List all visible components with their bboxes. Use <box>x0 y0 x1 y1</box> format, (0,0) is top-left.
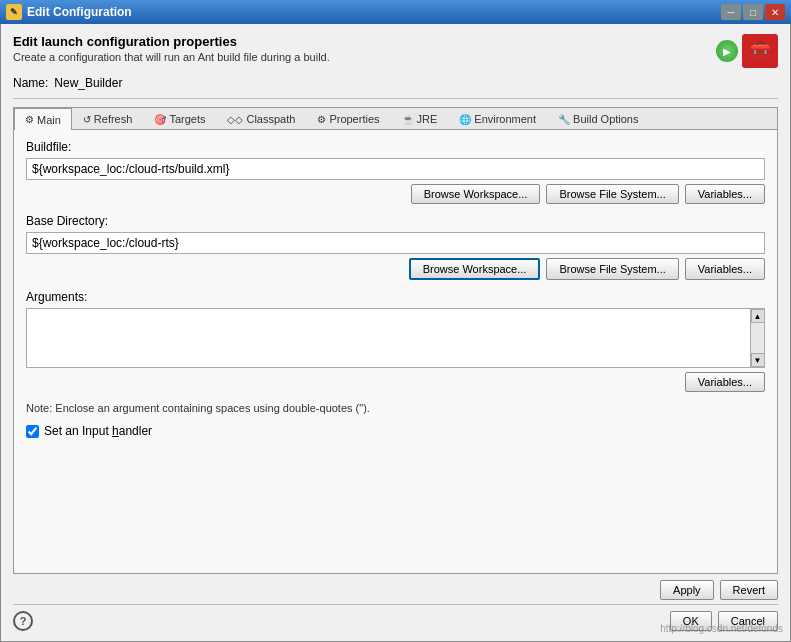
input-handler-checkbox[interactable] <box>26 425 39 438</box>
tab-build-options-label: Build Options <box>573 113 638 125</box>
tab-environment-label: Environment <box>474 113 536 125</box>
tab-main-label: Main <box>37 114 61 126</box>
tab-properties-label: Properties <box>329 113 379 125</box>
header-section: Edit launch configuration properties Cre… <box>13 34 778 68</box>
base-directory-label: Base Directory: <box>26 214 765 228</box>
arguments-label: Arguments: <box>26 290 765 304</box>
note-text: Note: Enclose an argument containing spa… <box>26 402 765 414</box>
title-bar: ✎ Edit Configuration ─ □ ✕ <box>0 0 791 24</box>
main-tab-icon: ⚙ <box>25 114 34 125</box>
window-controls: ─ □ ✕ <box>721 4 785 20</box>
header-title: Edit launch configuration properties <box>13 34 330 49</box>
tab-refresh[interactable]: ↺ Refresh <box>72 108 144 129</box>
arguments-variables-button[interactable]: Variables... <box>685 372 765 392</box>
minimize-button[interactable]: ─ <box>721 4 741 20</box>
window-body: Edit launch configuration properties Cre… <box>0 24 791 642</box>
tab-main[interactable]: ⚙ Main <box>14 108 72 130</box>
arguments-textarea[interactable] <box>27 309 764 367</box>
header-subtitle: Create a configuration that will run an … <box>13 51 330 63</box>
buildfile-group: Buildfile: Browse Workspace... Browse Fi… <box>26 140 765 204</box>
input-handler-row: Set an Input handler <box>26 424 765 438</box>
buildfile-browse-workspace-button[interactable]: Browse Workspace... <box>411 184 541 204</box>
base-directory-btn-row: Browse Workspace... Browse File System..… <box>26 258 765 280</box>
scroll-up-arrow[interactable]: ▲ <box>751 309 765 323</box>
environment-tab-icon: 🌐 <box>459 114 471 125</box>
tab-targets-label: Targets <box>169 113 205 125</box>
tab-build-options[interactable]: 🔧 Build Options <box>547 108 649 129</box>
buildfile-btn-row: Browse Workspace... Browse File System..… <box>26 184 765 204</box>
buildfile-variables-button[interactable]: Variables... <box>685 184 765 204</box>
jre-tab-icon: ☕ <box>402 114 414 125</box>
scroll-down-arrow[interactable]: ▼ <box>751 353 765 367</box>
header-text: Edit launch configuration properties Cre… <box>13 34 330 63</box>
name-label: Name: <box>13 76 48 90</box>
help-icon[interactable]: ? <box>13 611 33 631</box>
maximize-button[interactable]: □ <box>743 4 763 20</box>
arguments-btn-row: Variables... <box>26 372 765 392</box>
arguments-group: Arguments: ▲ ▼ Variables... <box>26 290 765 392</box>
buildfile-browse-filesystem-button[interactable]: Browse File System... <box>546 184 678 204</box>
tab-jre[interactable]: ☕ JRE <box>391 108 449 129</box>
properties-tab-icon: ⚙ <box>317 114 326 125</box>
main-panel: ⚙ Main ↺ Refresh 🎯 Targets ◇◇ Classpath … <box>13 107 778 574</box>
header-icon-group: ▶ 🧰 <box>716 34 778 68</box>
base-directory-variables-button[interactable]: Variables... <box>685 258 765 280</box>
apply-button[interactable]: Apply <box>660 580 714 600</box>
base-directory-input[interactable] <box>26 232 765 254</box>
tab-content-main: Buildfile: Browse Workspace... Browse Fi… <box>14 130 777 573</box>
refresh-tab-icon: ↺ <box>83 114 91 125</box>
tab-targets[interactable]: 🎯 Targets <box>143 108 216 129</box>
tab-jre-label: JRE <box>417 113 438 125</box>
play-icon: ▶ <box>716 40 738 62</box>
window-title: Edit Configuration <box>27 5 132 19</box>
arguments-textarea-wrapper: ▲ ▼ <box>26 308 765 368</box>
buildfile-input[interactable] <box>26 158 765 180</box>
arguments-scrollbar[interactable]: ▲ ▼ <box>750 309 764 367</box>
base-directory-browse-filesystem-button[interactable]: Browse File System... <box>546 258 678 280</box>
app-icon: ✎ <box>6 4 22 20</box>
name-row: Name: New_Builder <box>13 76 778 99</box>
apply-revert-row: Apply Revert <box>13 574 778 602</box>
revert-button[interactable]: Revert <box>720 580 778 600</box>
base-directory-group: Base Directory: Browse Workspace... Brow… <box>26 214 765 280</box>
close-button[interactable]: ✕ <box>765 4 785 20</box>
tab-properties[interactable]: ⚙ Properties <box>306 108 390 129</box>
name-value: New_Builder <box>54 76 122 90</box>
base-directory-browse-workspace-button[interactable]: Browse Workspace... <box>409 258 541 280</box>
tab-refresh-label: Refresh <box>94 113 133 125</box>
tab-bar: ⚙ Main ↺ Refresh 🎯 Targets ◇◇ Classpath … <box>14 108 777 130</box>
input-handler-label: Set an Input handler <box>44 424 152 438</box>
targets-tab-icon: 🎯 <box>154 114 166 125</box>
tab-classpath[interactable]: ◇◇ Classpath <box>216 108 306 129</box>
watermark: http://blog.csdn.net/defonds <box>660 623 783 634</box>
buildfile-label: Buildfile: <box>26 140 765 154</box>
toolbox-icon: 🧰 <box>742 34 778 68</box>
tab-classpath-label: Classpath <box>246 113 295 125</box>
tab-environment[interactable]: 🌐 Environment <box>448 108 547 129</box>
build-options-tab-icon: 🔧 <box>558 114 570 125</box>
classpath-tab-icon: ◇◇ <box>227 114 243 125</box>
